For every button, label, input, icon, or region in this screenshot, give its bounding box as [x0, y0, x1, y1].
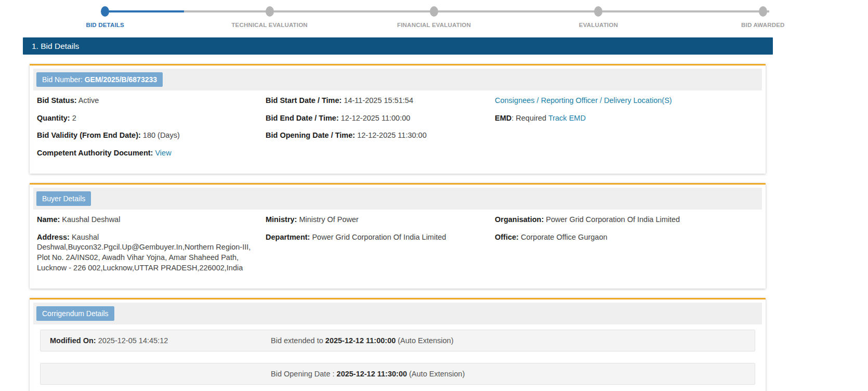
bid-status-label: Bid Status:: [37, 96, 77, 105]
emd-value: : Required: [511, 114, 548, 122]
corrigendum-desc-suffix: (Auto Extension): [396, 336, 453, 345]
corrigendum-desc-cell: Bid extended to 2025-12-12 11:00:00 (Aut…: [271, 336, 745, 345]
bid-number-value: GEM/2025/B/6873233: [85, 75, 157, 84]
modified-on-value: 2025-12-05 14:45:12: [98, 336, 168, 345]
organisation-label: Organisation:: [495, 215, 544, 224]
step-dot-icon: [266, 6, 274, 17]
buyer-address-field: Address: Kaushal Deshwal,Buycon32.Pgcil.…: [37, 232, 255, 273]
office-value: Corporate Office Gurgaon: [521, 233, 608, 241]
competent-authority-view-link[interactable]: View: [155, 149, 171, 157]
corrigendum-desc-prefix: Bid extended to: [271, 336, 325, 345]
bid-start-value: 14-11-2025 15:51:54: [344, 96, 413, 105]
department-label: Department:: [266, 233, 310, 241]
ministry-label: Ministry:: [266, 215, 297, 224]
buyer-details-fields: Name: Kaushal Deshwal Address: Kaushal D…: [30, 215, 766, 280]
competent-authority-label: Competent Authority Document:: [37, 149, 153, 157]
step-label: BID AWARDED: [706, 22, 820, 28]
ministry-field: Ministry: Ministry Of Power: [266, 215, 484, 225]
buyer-name-field: Name: Kaushal Deshwal: [37, 215, 255, 225]
department-field: Department: Power Grid Corporation Of In…: [266, 232, 484, 243]
office-field: Office: Corporate Office Gurgaon: [495, 232, 755, 243]
quantity-field: Quantity: 2: [37, 113, 255, 124]
corrigendum-row: Modified On: 2025-12-05 14:45:12 Bid ext…: [40, 330, 755, 351]
buyer-name-label: Name:: [37, 215, 60, 224]
bid-details-card: Bid Number: GEM/2025/B/6873233 Bid Statu…: [30, 64, 766, 174]
bid-validity-value: 180 (Days): [143, 131, 180, 139]
consignees-link[interactable]: Consignees / Reporting Officer / Deliver…: [495, 96, 672, 105]
bid-number-label: Bid Number:: [42, 75, 85, 84]
bid-status-value: Active: [78, 96, 99, 105]
step-technical-evaluation[interactable]: TECHNICAL EVALUATION: [213, 2, 327, 28]
bid-end-field: Bid End Date / Time: 12-12-2025 11:00:00: [266, 113, 484, 124]
bid-details-col-3: Consignees / Reporting Officer / Deliver…: [495, 96, 766, 165]
step-dot-icon: [430, 6, 438, 17]
bid-details-col-2: Bid Start Date / Time: 14-11-2025 15:51:…: [266, 96, 495, 165]
office-label: Office:: [495, 233, 519, 241]
buyer-address-label: Address:: [37, 233, 70, 241]
step-label: BID DETAILS: [48, 22, 162, 28]
track-emd-link[interactable]: Track EMD: [548, 114, 586, 122]
bid-end-label: Bid End Date / Time:: [266, 114, 339, 122]
emd-label: EMD: [495, 114, 511, 122]
buyer-details-badge: Buyer Details: [36, 191, 91, 206]
organisation-value: Power Grid Corporation Of India Limited: [546, 215, 680, 224]
bid-opening-field: Bid Opening Date / Time: 12-12-2025 11:3…: [266, 131, 484, 141]
corrigendum-desc-date: 2025-12-12 11:30:00: [337, 370, 407, 378]
buyer-details-col-1: Name: Kaushal Deshwal Address: Kaushal D…: [37, 215, 266, 280]
corrigendum-card-header: Corrigendum Details: [33, 303, 762, 324]
bid-details-card-header: Bid Number: GEM/2025/B/6873233: [33, 69, 762, 90]
step-dot-icon: [594, 6, 602, 17]
bid-validity-field: Bid Validity (From End Date): 180 (Days): [37, 131, 255, 141]
bid-opening-label: Bid Opening Date / Time:: [266, 131, 355, 139]
corrigendum-details-card: Corrigendum Details Modified On: 2025-12…: [30, 298, 766, 391]
corrigendum-desc-prefix: Bid Opening Date :: [271, 370, 337, 378]
step-dot-active-icon: [101, 6, 109, 17]
step-bid-awarded[interactable]: BID AWARDED: [706, 2, 820, 28]
bid-start-label: Bid Start Date / Time:: [266, 96, 341, 105]
section-title: 1. Bid Details: [23, 37, 773, 55]
corrigendum-desc-cell: Bid Opening Date : 2025-12-12 11:30:00 (…: [271, 370, 745, 378]
modified-on-label: Modified On:: [50, 336, 98, 345]
buyer-details-card: Buyer Details Name: Kaushal Deshwal Addr…: [30, 183, 766, 289]
step-dot-icon: [759, 6, 767, 17]
competent-authority-field: Competent Authority Document: View: [37, 148, 255, 159]
bid-validity-label: Bid Validity (From End Date):: [37, 131, 141, 139]
organisation-field: Organisation: Power Grid Corporation Of …: [495, 215, 755, 225]
step-bid-details[interactable]: BID DETAILS: [48, 2, 162, 28]
buyer-details-col-3: Organisation: Power Grid Corporation Of …: [495, 215, 766, 280]
step-evaluation[interactable]: EVALUATION: [541, 2, 655, 28]
step-label: TECHNICAL EVALUATION: [213, 22, 327, 28]
bid-number-badge: Bid Number: GEM/2025/B/6873233: [36, 72, 163, 87]
step-label: FINANCIAL EVALUATION: [377, 22, 491, 28]
corrigendum-desc-suffix: (Auto Extension): [407, 370, 465, 378]
corrigendum-modified-cell: Modified On: 2025-12-05 14:45:12: [50, 336, 271, 345]
bid-status-field: Bid Status: Active: [37, 96, 255, 106]
corrigendum-desc-date: 2025-12-12 11:00:00: [325, 336, 396, 345]
buyer-details-card-header: Buyer Details: [33, 188, 762, 210]
ministry-value: Ministry Of Power: [299, 215, 358, 224]
bid-details-col-1: Bid Status: Active Quantity: 2 Bid Valid…: [37, 96, 266, 165]
bid-progress-stepper: BID DETAILS TECHNICAL EVALUATION FINANCI…: [23, 2, 845, 33]
quantity-value: 2: [72, 114, 76, 122]
bid-end-value: 12-12-2025 11:00:00: [341, 114, 411, 122]
buyer-details-col-2: Ministry: Ministry Of Power Department: …: [266, 215, 495, 280]
step-financial-evaluation[interactable]: FINANCIAL EVALUATION: [377, 2, 491, 28]
bid-details-fields: Bid Status: Active Quantity: 2 Bid Valid…: [30, 96, 766, 165]
department-value: Power Grid Corporation Of India Limited: [312, 233, 446, 241]
step-label: EVALUATION: [541, 22, 655, 28]
bid-start-field: Bid Start Date / Time: 14-11-2025 15:51:…: [266, 96, 484, 106]
corrigendum-badge: Corrigendum Details: [36, 306, 114, 321]
emd-field: EMD: Required Track EMD: [495, 113, 755, 124]
bid-opening-value: 12-12-2025 11:30:00: [357, 131, 427, 139]
corrigendum-row: Bid Opening Date : 2025-12-12 11:30:00 (…: [40, 363, 755, 385]
quantity-label: Quantity:: [37, 114, 70, 122]
buyer-name-value: Kaushal Deshwal: [62, 215, 120, 224]
consignees-field: Consignees / Reporting Officer / Deliver…: [495, 96, 755, 106]
